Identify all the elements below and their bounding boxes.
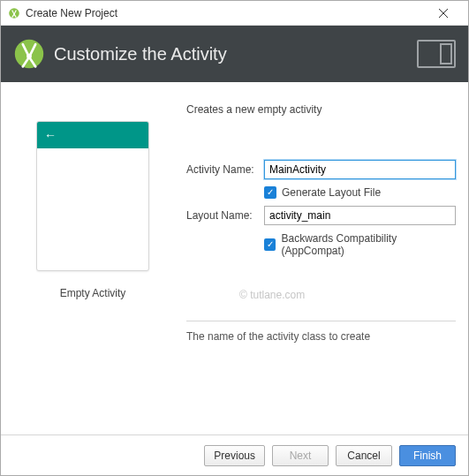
preview-label: Empty Activity (60, 287, 126, 299)
generate-layout-label: Generate Layout File (282, 186, 381, 199)
backwards-compat-checkbox[interactable]: ✓ Backwards Compatibility (AppCompat) (264, 232, 456, 257)
preview-pane: ← Empty Activity (13, 103, 172, 426)
next-button: Next (272, 445, 329, 466)
finish-button[interactable]: Finish (399, 445, 456, 466)
back-arrow-icon: ← (44, 128, 57, 142)
field-help-text: The name of the activity class to create (186, 330, 456, 343)
close-icon (439, 9, 448, 18)
backwards-compat-row: ✓ Backwards Compatibility (AppCompat) (186, 232, 456, 257)
window-titlebar: Create New Project (1, 1, 468, 26)
checkbox-checked-icon: ✓ (264, 238, 276, 251)
backwards-compat-label: Backwards Compatibility (AppCompat) (281, 232, 456, 257)
preview-appbar: ← (37, 122, 148, 148)
layout-name-label: Layout Name: (186, 209, 264, 222)
android-studio-icon (8, 7, 20, 19)
wizard-content: ← Empty Activity Creates a new empty act… (1, 82, 468, 434)
form-description: Creates a new empty activity (186, 103, 456, 116)
wizard-footer: Previous Next Cancel Finish (1, 434, 468, 475)
wizard-title: Customize the Activity (54, 44, 227, 64)
watermark: © tutlane.com (186, 289, 456, 301)
activity-name-row: Activity Name: (186, 160, 456, 179)
wizard-header: Customize the Activity (1, 26, 468, 82)
generate-layout-checkbox[interactable]: ✓ Generate Layout File (264, 186, 381, 199)
activity-name-label: Activity Name: (186, 163, 264, 176)
android-studio-icon (13, 38, 45, 70)
divider (186, 321, 456, 321)
cancel-button[interactable]: Cancel (336, 445, 392, 466)
previous-button[interactable]: Previous (204, 445, 265, 466)
window-title: Create New Project (26, 7, 117, 19)
device-icon (417, 40, 456, 68)
activity-name-input[interactable] (264, 160, 456, 179)
layout-name-input[interactable] (264, 206, 456, 225)
activity-preview: ← (36, 121, 149, 271)
generate-layout-row: ✓ Generate Layout File (186, 186, 456, 199)
form-pane: Creates a new empty activity Activity Na… (186, 103, 456, 426)
close-button[interactable] (426, 1, 461, 25)
checkbox-checked-icon: ✓ (264, 186, 276, 199)
layout-name-row: Layout Name: (186, 206, 456, 225)
